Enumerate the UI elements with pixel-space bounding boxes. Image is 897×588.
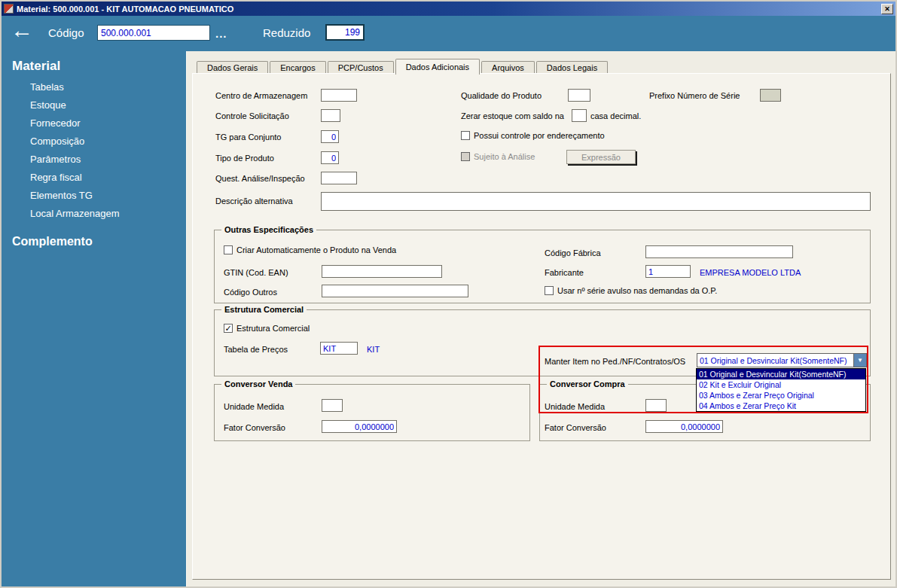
tab-dados-adicionais[interactable]: Dados Adicionais — [395, 59, 480, 75]
checkbox-box — [461, 131, 470, 140]
sidebar-item-fornecedor[interactable]: Fornecedor — [30, 117, 80, 129]
tabela-precos-input[interactable] — [320, 342, 358, 355]
estrutura-comercial-group: Estrutura Comercial ✓ Estrutura Comercia… — [214, 309, 871, 376]
manter-item-dropdown-list: 01 Original e Desvincular Kit(SomenteNF)… — [696, 368, 866, 412]
sidebar-item-parametros[interactable]: Parâmetros — [30, 154, 81, 165]
qualidade-produto-label: Qualidade do Produto — [461, 91, 542, 100]
checkbox-box: ✓ — [224, 324, 233, 333]
usar-serie-avulso-checkbox[interactable]: Usar nº série avulso nas demandas da O.P… — [545, 286, 717, 295]
criar-automaticamente-label: Criar Automaticamente o Produto na Venda — [236, 245, 396, 254]
tg-conjunto-label: TG para Conjunto — [215, 133, 281, 142]
manter-item-label: Manter Item no Ped./NF/Contratos/OS — [545, 357, 685, 366]
main-area: Dados Gerais Encargos PCP/Custos Dados A… — [186, 51, 897, 588]
codigo-label: Código — [48, 26, 84, 39]
browse-button[interactable]: ... — [215, 27, 227, 40]
back-button[interactable]: ← — [11, 17, 33, 43]
fabricante-label: Fabricante — [545, 268, 584, 277]
conversor-venda-group: Conversor Venda Unidade Medida Fator Con… — [214, 384, 530, 441]
conversor-compra-title: Conversor Compra — [547, 379, 628, 388]
venda-fator-input[interactable] — [322, 420, 397, 433]
header-bar: ← Código ... Reduzido — [2, 16, 895, 51]
gtin-label: GTIN (Cod. EAN) — [224, 268, 288, 277]
outras-especificacoes-title: Outras Especificações — [221, 225, 316, 234]
app-icon — [4, 4, 14, 14]
qualidade-produto-input[interactable] — [568, 89, 590, 102]
fabricante-name-text: EMPRESA MODELO LTDA — [700, 268, 801, 277]
sidebar-item-tabelas[interactable]: Tabelas — [30, 81, 64, 93]
sidebar-section-complemento[interactable]: Complemento — [12, 235, 93, 248]
tg-conjunto-input[interactable] — [321, 130, 339, 143]
tab-page-dados-adicionais: Centro de Armazenagem Qualidade do Produ… — [192, 73, 891, 580]
possui-controle-checkbox[interactable]: Possui controle por endereçamento — [461, 131, 605, 140]
dropdown-option-01[interactable]: 01 Original e Desvincular Kit(SomenteNF) — [697, 369, 865, 379]
manter-item-value: 01 Original e Desvincular Kit(SomenteNF) — [697, 356, 853, 365]
material-window: Material: 500.000.001 - KIT AUTOMACAO PN… — [0, 0, 897, 588]
dropdown-option-03[interactable]: 03 Ambos e Zerar Preço Original — [697, 390, 865, 401]
sidebar-item-elementos-tg[interactable]: Elementos TG — [30, 190, 93, 201]
casa-decimal-label: casa decimal. — [590, 111, 641, 120]
checkbox-box — [461, 152, 470, 161]
tipo-produto-label: Tipo de Produto — [215, 154, 274, 163]
codigo-outros-label: Código Outros — [224, 288, 277, 297]
sidebar-item-composicao[interactable]: Composição — [30, 136, 84, 147]
dropdown-arrow-glyph: ▼ — [857, 357, 863, 364]
reduzido-label: Reduzido — [263, 26, 310, 39]
outras-especificacoes-group: Outras Especificações Criar Automaticame… — [214, 230, 871, 303]
gtin-input[interactable] — [322, 265, 442, 278]
reduzido-input[interactable] — [325, 24, 365, 41]
codigo-input[interactable] — [97, 25, 210, 41]
chevron-down-icon[interactable]: ▼ — [853, 354, 866, 367]
codigo-outros-input[interactable] — [322, 285, 468, 297]
tabela-precos-desc-text: KIT — [367, 345, 380, 354]
centro-armazenagem-label: Centro de Armazenagem — [215, 91, 307, 100]
estrutura-comercial-checkbox[interactable]: ✓ Estrutura Comercial — [224, 324, 310, 333]
descricao-alternativa-label: Descrição alternativa — [215, 197, 293, 206]
sidebar-item-estoque[interactable]: Estoque — [30, 99, 66, 111]
sidebar-item-local-armazenagem[interactable]: Local Armazenagem — [30, 208, 120, 219]
tab-strip: Dados Gerais Encargos PCP/Custos Dados A… — [197, 59, 609, 75]
window-title: Material: 500.000.001 - KIT AUTOMACAO PN… — [17, 5, 878, 14]
fabricante-input[interactable] — [645, 265, 691, 278]
venda-fator-label: Fator Conversão — [224, 423, 285, 432]
close-icon[interactable]: ✕ — [881, 4, 893, 14]
check-icon: ✓ — [224, 324, 231, 333]
compra-unidade-input[interactable] — [645, 399, 667, 412]
venda-unidade-label: Unidade Medida — [224, 402, 284, 411]
sidebar: Material Tabelas Estoque Fornecedor Comp… — [2, 51, 186, 588]
sidebar-section-material[interactable]: Material — [12, 59, 60, 74]
codigo-fabrica-input[interactable] — [645, 245, 793, 258]
estrutura-comercial-label: Estrutura Comercial — [236, 324, 310, 333]
criar-automaticamente-checkbox[interactable]: Criar Automaticamente o Produto na Venda — [224, 245, 396, 254]
sujeito-analise-checkbox: Sujeito à Análise — [461, 152, 535, 161]
quest-analise-label: Quest. Análise/Inspeção — [215, 174, 305, 183]
sujeito-analise-label: Sujeito à Análise — [474, 152, 535, 161]
compra-fator-input[interactable] — [645, 420, 723, 433]
titlebar: Material: 500.000.001 - KIT AUTOMACAO PN… — [2, 2, 895, 16]
codigo-fabrica-label: Código Fábrica — [545, 248, 601, 257]
usar-serie-avulso-label: Usar nº série avulso nas demandas da O.P… — [557, 286, 717, 295]
checkbox-box — [545, 286, 554, 295]
venda-unidade-input[interactable] — [322, 399, 343, 412]
zerar-estoque-input[interactable] — [572, 109, 587, 122]
dropdown-option-04[interactable]: 04 Ambos e Zerar Preço Kit — [697, 401, 865, 411]
estrutura-comercial-title: Estrutura Comercial — [221, 305, 307, 314]
prefixo-serie-label: Prefixo Número de Série — [649, 91, 740, 100]
tabela-precos-label: Tabela de Preços — [224, 345, 288, 354]
centro-armazenagem-input[interactable] — [321, 89, 357, 102]
compra-fator-label: Fator Conversão — [545, 423, 606, 432]
expressao-button[interactable]: Expressão — [566, 150, 636, 164]
zerar-estoque-label: Zerar estoque com saldo na — [461, 111, 564, 120]
compra-unidade-label: Unidade Medida — [545, 402, 605, 411]
controle-solicitacao-input[interactable] — [321, 109, 340, 122]
conversor-venda-title: Conversor Venda — [221, 379, 295, 388]
controle-solicitacao-label: Controle Solicitação — [215, 111, 289, 120]
quest-analise-input[interactable] — [321, 172, 357, 184]
tipo-produto-input[interactable] — [321, 151, 339, 164]
sidebar-item-regra-fiscal[interactable]: Regra fiscal — [30, 172, 82, 183]
checkbox-box — [224, 245, 233, 254]
dropdown-option-02[interactable]: 02 Kit e Excluir Original — [697, 379, 865, 390]
descricao-alternativa-input[interactable] — [321, 192, 871, 211]
possui-controle-label: Possui controle por endereçamento — [474, 131, 605, 140]
prefixo-serie-input — [760, 89, 781, 102]
manter-item-combobox[interactable]: 01 Original e Desvincular Kit(SomenteNF)… — [697, 353, 867, 367]
